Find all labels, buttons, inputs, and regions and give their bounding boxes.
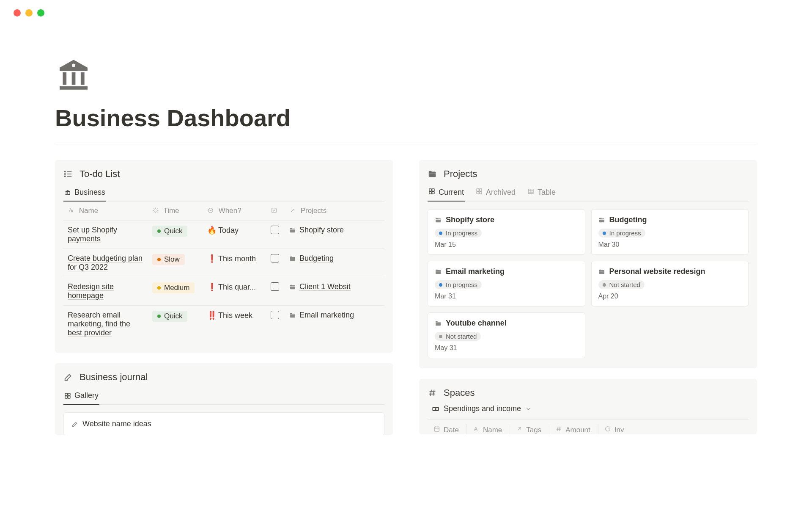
table-row[interactable]: Redesign site homepageMedium❗This quar..… <box>63 277 384 306</box>
svg-line-21 <box>154 209 154 209</box>
folder-icon <box>289 255 296 262</box>
folder-icon <box>435 268 442 275</box>
svg-rect-26 <box>272 208 277 213</box>
column-icon <box>473 425 480 434</box>
th-check[interactable] <box>266 202 285 221</box>
projects-header[interactable]: Projects <box>428 168 749 179</box>
svg-rect-37 <box>480 189 482 191</box>
svg-point-6 <box>65 174 66 174</box>
svg-rect-31 <box>68 396 70 398</box>
pencil-icon <box>71 421 78 428</box>
card-date: Mar 15 <box>435 241 578 248</box>
when-cell: 🔥Today <box>203 221 266 249</box>
svg-line-24 <box>157 209 157 209</box>
project-card[interactable]: Personal website redesignNot startedApr … <box>591 261 749 306</box>
project-link[interactable]: Budgeting <box>289 254 334 263</box>
project-card[interactable]: Shopify storeIn progressMar 15 <box>428 209 585 255</box>
spaces-header[interactable]: Spaces <box>428 387 749 398</box>
th-when[interactable]: When? <box>203 202 266 221</box>
window-minimize-icon[interactable] <box>25 9 33 17</box>
task-name[interactable]: Redesign site homepage <box>68 282 114 300</box>
tab-table[interactable]: Table <box>527 185 557 201</box>
spaces-view-select[interactable]: Spendings and income <box>432 404 749 413</box>
checkbox[interactable] <box>271 311 279 319</box>
th-projects[interactable]: Projects <box>285 202 384 221</box>
page-icon[interactable] <box>55 57 92 96</box>
todo-header[interactable]: To-do List <box>63 168 384 179</box>
time-pill: Slow <box>152 254 185 265</box>
project-card[interactable]: Email marketingIn progressMar 31 <box>428 261 585 306</box>
svg-rect-2 <box>81 72 85 85</box>
spaces-column-name[interactable]: Name <box>467 424 510 434</box>
folder-icon <box>289 284 296 290</box>
folder-icon <box>435 320 442 327</box>
spaces-title: Spaces <box>444 387 475 398</box>
chevron-down-icon <box>525 406 531 412</box>
spaces-column-inv[interactable]: Inv <box>598 424 632 434</box>
loading-icon <box>152 207 159 214</box>
spaces-columns: DateNameTagsAmountInv <box>428 419 749 434</box>
svg-rect-50 <box>435 427 439 431</box>
checkbox[interactable] <box>271 282 279 291</box>
tab-archived[interactable]: Archived <box>475 185 516 201</box>
compose-icon <box>63 373 73 382</box>
spaces-column-date[interactable]: Date <box>428 424 467 434</box>
svg-rect-14 <box>66 194 70 195</box>
svg-rect-32 <box>429 189 431 191</box>
card-date: Mar 31 <box>435 293 578 300</box>
project-link[interactable]: Shopify store <box>289 226 344 235</box>
table-row[interactable]: Create budgeting plan for Q3 2022Slow❗Th… <box>63 249 384 277</box>
todo-title: To-do List <box>80 168 120 179</box>
window-maximize-icon[interactable] <box>37 9 44 17</box>
card-title: Shopify store <box>446 215 494 224</box>
text-icon <box>68 207 74 214</box>
journal-title: Business journal <box>80 372 148 383</box>
checkbox[interactable] <box>271 254 279 262</box>
window-controls <box>0 0 812 17</box>
svg-rect-28 <box>65 393 67 395</box>
th-name[interactable]: Name <box>63 202 148 221</box>
journal-item-title: Website name ideas <box>82 420 151 428</box>
spaces-column-tags[interactable]: Tags <box>510 424 549 434</box>
card-date: May 31 <box>435 344 578 352</box>
right-column: Projects CurrentArchivedTable Shopify st… <box>419 160 757 435</box>
task-name[interactable]: Research email marketing, find the best … <box>68 311 130 337</box>
svg-rect-38 <box>477 192 479 194</box>
page-title: Business Dashboard <box>55 104 757 143</box>
folder-icon <box>598 268 605 275</box>
spaces-column-amount[interactable]: Amount <box>549 424 598 434</box>
table-row[interactable]: Research email marketing, find the best … <box>63 306 384 343</box>
spaces-view-label: Spendings and income <box>444 404 521 413</box>
journal-card[interactable]: Website name ideas <box>63 412 384 435</box>
tab-gallery[interactable]: Gallery <box>63 389 99 404</box>
task-name[interactable]: Create budgeting plan for Q3 2022 <box>68 254 143 271</box>
card-title: Email marketing <box>446 267 505 276</box>
svg-rect-29 <box>68 393 70 395</box>
table-row[interactable]: Set up Shopify paymentsQuick🔥TodayShopif… <box>63 221 384 249</box>
checkbox[interactable] <box>271 226 279 234</box>
tab-current[interactable]: Current <box>428 185 465 201</box>
svg-line-57 <box>557 427 558 431</box>
journal-tabs: Gallery <box>63 389 384 405</box>
task-name[interactable]: Set up Shopify payments <box>68 226 117 243</box>
journal-panel: Business journal Gallery Website name id… <box>55 363 393 435</box>
tab-business[interactable]: Business <box>63 185 106 201</box>
project-card[interactable]: Youtube channelNot startedMay 31 <box>428 312 585 358</box>
status-badge: Not started <box>435 332 481 341</box>
column-icon <box>555 425 562 434</box>
board-icon <box>428 188 435 197</box>
project-link[interactable]: Client 1 Websit <box>289 282 351 291</box>
folder-icon <box>289 227 296 234</box>
window-close-icon[interactable] <box>14 9 21 17</box>
th-time[interactable]: Time <box>148 202 203 221</box>
project-link[interactable]: Email marketing <box>289 311 354 320</box>
when-cell: ❗This quar... <box>203 277 266 306</box>
status-badge: In progress <box>435 280 482 289</box>
todo-tabs: Business <box>63 185 384 202</box>
journal-header[interactable]: Business journal <box>63 372 384 383</box>
project-card[interactable]: BudgetingIn progressMar 30 <box>591 209 749 255</box>
folder-icon <box>598 217 605 224</box>
svg-line-23 <box>154 212 154 212</box>
svg-point-25 <box>208 208 213 213</box>
column-icon <box>604 425 611 434</box>
